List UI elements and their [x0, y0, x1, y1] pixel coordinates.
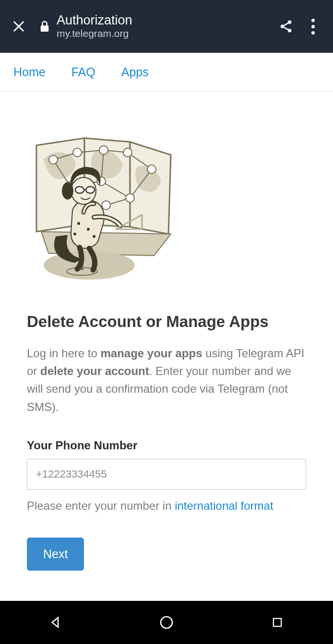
- svg-point-3: [288, 21, 292, 24]
- back-icon[interactable]: [45, 612, 66, 633]
- svg-point-17: [73, 148, 82, 157]
- more-icon[interactable]: [299, 13, 326, 40]
- desc-bold-manage: manage your apps: [100, 347, 202, 360]
- phone-input[interactable]: [27, 459, 306, 490]
- svg-point-29: [87, 228, 90, 231]
- page-title-block: Authorization my.telegram.org: [57, 13, 132, 39]
- nav-apps[interactable]: Apps: [121, 65, 149, 79]
- svg-point-4: [281, 24, 285, 28]
- hint-text: Please enter your number in: [27, 499, 175, 512]
- svg-point-28: [77, 222, 80, 225]
- site-nav: Home FAQ Apps: [0, 53, 333, 91]
- recent-apps-icon[interactable]: [267, 612, 288, 633]
- svg-point-23: [126, 194, 134, 202]
- page-heading: Delete Account or Manage Apps: [27, 313, 306, 331]
- next-button[interactable]: Next: [27, 538, 84, 571]
- system-nav-bar: [0, 601, 333, 644]
- page-url: my.telegram.org: [57, 28, 132, 39]
- desc-text: Log in here to: [27, 347, 100, 360]
- nav-faq[interactable]: FAQ: [71, 65, 95, 79]
- lock-icon: [39, 20, 50, 33]
- close-icon[interactable]: [7, 14, 31, 38]
- svg-point-18: [99, 146, 108, 154]
- svg-point-19: [123, 148, 132, 157]
- svg-point-34: [75, 187, 84, 193]
- page-title: Authorization: [57, 13, 132, 28]
- svg-point-5: [288, 29, 292, 33]
- svg-rect-2: [41, 25, 49, 32]
- page-description: Log in here to manage your apps using Te…: [27, 344, 306, 416]
- desc-bold-delete: delete your account: [40, 364, 149, 377]
- svg-point-37: [161, 617, 172, 628]
- share-icon[interactable]: [273, 13, 299, 40]
- svg-point-35: [86, 187, 95, 193]
- svg-point-33: [62, 182, 73, 199]
- svg-point-31: [93, 235, 95, 238]
- svg-point-30: [73, 233, 76, 235]
- svg-rect-38: [274, 619, 281, 626]
- woman-map-illustration: [27, 133, 180, 282]
- phone-hint: Please enter your number in internationa…: [27, 497, 306, 515]
- nav-home[interactable]: Home: [13, 65, 46, 79]
- svg-point-24: [102, 201, 110, 210]
- main-content: Delete Account or Manage Apps Log in her…: [0, 91, 333, 571]
- svg-point-16: [49, 155, 58, 164]
- browser-bar: Authorization my.telegram.org: [0, 0, 333, 53]
- svg-point-20: [147, 165, 156, 174]
- international-format-link[interactable]: international format: [175, 499, 273, 512]
- phone-label: Your Phone Number: [27, 439, 306, 452]
- home-icon[interactable]: [156, 612, 177, 633]
